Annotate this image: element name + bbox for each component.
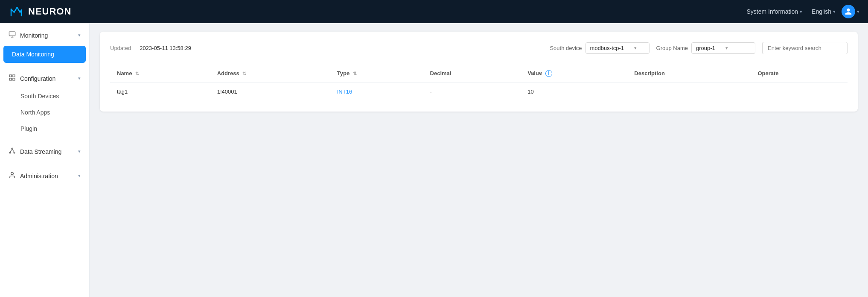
topnav-right: System Information ▾ English ▾ ▾ xyxy=(743,5,859,18)
user-icon xyxy=(845,8,852,15)
sidebar-item-administration[interactable]: Administration ▾ xyxy=(0,166,89,185)
language-button[interactable]: English ▾ xyxy=(808,6,839,17)
app-name: NEURON xyxy=(28,6,71,17)
toolbar-row: Updated 2023-05-11 13:58:29 South device… xyxy=(110,42,848,54)
north-apps-label: North Apps xyxy=(20,109,50,116)
south-device-value: modbus-tcp-1 xyxy=(590,45,624,51)
administration-label: Administration xyxy=(20,173,58,179)
sidebar-item-south-devices[interactable]: South Devices xyxy=(0,88,89,104)
group-name-value: group-1 xyxy=(696,45,715,51)
south-device-filter: South device modbus-tcp-1 ▾ xyxy=(550,42,649,54)
content-card: Updated 2023-05-11 13:58:29 South device… xyxy=(100,32,858,112)
sidebar-item-data-monitoring[interactable]: Data Monitoring xyxy=(3,46,86,63)
svg-point-10 xyxy=(14,152,15,153)
cell-decimal: - xyxy=(423,82,521,101)
data-streaming-chevron-icon: ▾ xyxy=(78,149,81,154)
group-name-label: Group Name xyxy=(656,45,688,51)
table-row: tag1 1!40001 INT16 - 10 xyxy=(110,82,848,101)
cell-address: 1!40001 xyxy=(210,82,330,101)
configuration-chevron-icon: ▾ xyxy=(78,76,81,81)
south-device-select[interactable]: modbus-tcp-1 ▾ xyxy=(585,42,650,54)
keyword-search-input[interactable] xyxy=(762,42,848,54)
group-name-filter: Group Name group-1 ▾ xyxy=(656,42,755,54)
cell-type: INT16 xyxy=(330,82,423,101)
value-info-icon[interactable]: i xyxy=(545,70,552,77)
data-monitoring-label: Data Monitoring xyxy=(12,51,54,58)
table-header: Name ⇅ Address ⇅ Type ⇅ Decimal xyxy=(110,65,848,82)
svg-rect-1 xyxy=(9,32,15,36)
cell-name: tag1 xyxy=(110,82,210,101)
col-decimal: Decimal xyxy=(423,65,521,82)
updated-label: Updated xyxy=(110,45,131,51)
updated-value: 2023-05-11 13:58:29 xyxy=(140,45,191,51)
cell-operate xyxy=(751,82,848,101)
config-icon xyxy=(9,74,16,83)
group-name-chevron-icon: ▾ xyxy=(725,45,728,51)
group-name-select[interactable]: group-1 ▾ xyxy=(691,42,755,54)
col-name: Name ⇅ xyxy=(110,65,210,82)
topnav: NEURON System Information ▾ English ▾ ▾ xyxy=(0,0,868,23)
monitoring-chevron-icon: ▾ xyxy=(78,32,81,38)
user-chevron-icon: ▾ xyxy=(857,9,859,15)
monitor-icon xyxy=(9,31,16,40)
svg-rect-4 xyxy=(9,75,12,77)
sidebar: Monitoring ▾ Data Monitoring Configurati… xyxy=(0,23,90,297)
south-device-label: South device xyxy=(550,45,582,51)
svg-rect-6 xyxy=(9,78,12,80)
language-chevron-icon: ▾ xyxy=(833,9,836,15)
svg-line-11 xyxy=(10,149,12,152)
data-streaming-label: Data Streaming xyxy=(20,148,61,155)
monitoring-label: Monitoring xyxy=(20,32,48,39)
language-label: English xyxy=(812,8,831,15)
data-table: Name ⇅ Address ⇅ Type ⇅ Decimal xyxy=(110,65,848,101)
type-sort-icon[interactable]: ⇅ xyxy=(353,71,357,76)
logo-icon xyxy=(9,4,24,19)
svg-point-9 xyxy=(9,152,11,153)
svg-point-8 xyxy=(12,148,13,149)
system-info-chevron-icon: ▾ xyxy=(800,9,802,15)
plugin-label: Plugin xyxy=(20,125,37,132)
configuration-label: Configuration xyxy=(20,75,55,82)
type-badge: INT16 xyxy=(337,88,352,95)
svg-rect-7 xyxy=(13,78,15,80)
svg-line-12 xyxy=(12,149,15,152)
sidebar-item-data-streaming[interactable]: Data Streaming ▾ xyxy=(0,142,89,161)
system-info-label: System Information xyxy=(746,8,798,15)
sidebar-item-north-apps[interactable]: North Apps xyxy=(0,104,89,121)
main-content: Updated 2023-05-11 13:58:29 South device… xyxy=(90,23,868,297)
system-info-button[interactable]: System Information ▾ xyxy=(743,6,806,17)
south-devices-label: South Devices xyxy=(20,93,59,100)
south-device-chevron-icon: ▾ xyxy=(634,45,637,51)
admin-icon xyxy=(9,171,16,180)
administration-chevron-icon: ▾ xyxy=(78,173,81,179)
sidebar-item-configuration[interactable]: Configuration ▾ xyxy=(0,69,89,88)
user-avatar xyxy=(842,5,855,18)
address-sort-icon[interactable]: ⇅ xyxy=(242,71,246,76)
cell-description xyxy=(627,82,751,101)
sidebar-item-plugin[interactable]: Plugin xyxy=(0,121,89,137)
data-streaming-icon xyxy=(9,147,16,156)
app-logo[interactable]: NEURON xyxy=(9,4,71,19)
svg-rect-5 xyxy=(13,75,15,77)
table-body: tag1 1!40001 INT16 - 10 xyxy=(110,82,848,101)
col-type: Type ⇅ xyxy=(330,65,423,82)
col-value: Value i xyxy=(521,65,627,82)
name-sort-icon[interactable]: ⇅ xyxy=(135,71,139,76)
col-address: Address ⇅ xyxy=(210,65,330,82)
cell-value: 10 xyxy=(521,82,627,101)
svg-point-13 xyxy=(11,172,14,175)
col-description: Description xyxy=(627,65,751,82)
user-menu-button[interactable]: ▾ xyxy=(842,5,859,18)
col-operate: Operate xyxy=(751,65,848,82)
sidebar-item-monitoring[interactable]: Monitoring ▾ xyxy=(0,26,89,45)
